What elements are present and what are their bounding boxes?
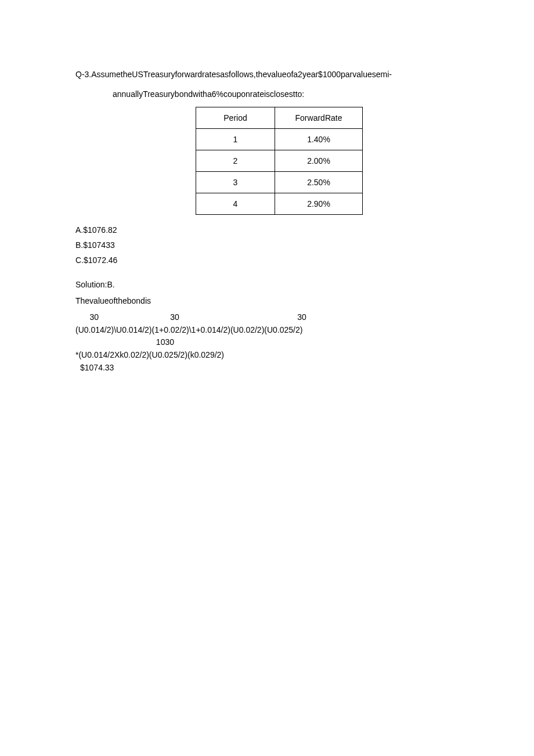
num30-a: 30	[75, 311, 99, 324]
question-number: Q-3.	[75, 70, 91, 79]
cell-period: 2	[196, 150, 275, 172]
table-header-row: Period ForwardRate	[196, 107, 363, 129]
intro-bold: of	[109, 296, 116, 305]
num30-c: 30	[182, 311, 306, 324]
solution-label: Solution:B.	[75, 280, 459, 289]
solution-intro: Thevalueofthebondis	[75, 296, 459, 305]
formula-block: 30 30 30 (U0.014/2)\U0.014/2)(1+0.02/2)\…	[75, 311, 459, 374]
table-row: 2 2.00%	[196, 150, 363, 172]
cell-rate: 1.40%	[275, 129, 363, 150]
formula-numerator-row-1: 30 30 30	[75, 311, 459, 324]
cell-period: 3	[196, 172, 275, 193]
num30-b: 30	[101, 311, 179, 324]
table-row: 4 2.90%	[196, 193, 363, 215]
table-row: 1 1.40%	[196, 129, 363, 150]
cell-rate: 2.50%	[275, 172, 363, 193]
cell-period: 4	[196, 193, 275, 215]
answer-a: A.$1076.82	[75, 225, 459, 235]
forward-rate-table: Period ForwardRate 1 1.40% 2 2.00% 3 2.5…	[196, 107, 363, 215]
answer-b: B.$107433	[75, 240, 459, 250]
intro-pre: Thevalue	[75, 296, 109, 305]
table-row: 3 2.50%	[196, 172, 363, 193]
question-text-1: AssumetheUSTreasuryforwardratesasfollows…	[91, 70, 392, 79]
cell-rate: 2.00%	[275, 150, 363, 172]
formula-denominator-row-2: *(U0.014/2Xk0.02/2)(U0.025/2)(k0.029/2)	[75, 349, 459, 362]
table-header-rate: ForwardRate	[275, 107, 363, 129]
num1030: 1030	[75, 336, 174, 349]
intro-post: thebondis	[116, 296, 151, 305]
answer-c: C.$1072.46	[75, 255, 459, 265]
question-line-1: Q-3.AssumetheUSTreasuryforwardratesasfol…	[75, 70, 459, 79]
answer-choices: A.$1076.82 B.$107433 C.$1072.46	[75, 225, 459, 265]
formula-denominator-row-1: (U0.014/2)\U0.014/2)(1+0.02/2)\1+0.014/2…	[75, 324, 459, 337]
question-line-2: annuallyTreasurybondwitha6%couponrateisc…	[113, 89, 459, 99]
cell-period: 1	[196, 129, 275, 150]
page-content: Q-3.AssumetheUSTreasuryforwardratesasfol…	[0, 0, 534, 374]
table-header-period: Period	[196, 107, 275, 129]
cell-rate: 2.90%	[275, 193, 363, 215]
formula-numerator-row-2: 1030	[75, 336, 459, 349]
formula-result: $1074.33	[75, 362, 459, 375]
